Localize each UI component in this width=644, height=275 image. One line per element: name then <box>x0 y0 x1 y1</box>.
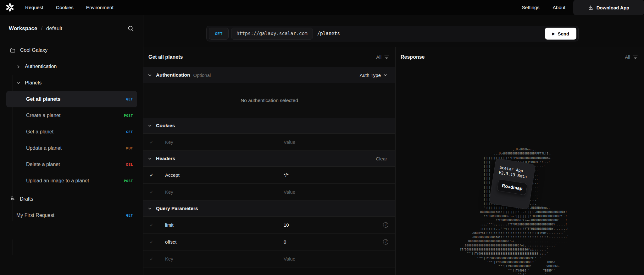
workspace-label[interactable]: Workspace <box>9 25 37 32</box>
chevron-right-icon <box>16 65 20 69</box>
breadcrumb-separator: / <box>41 26 42 31</box>
response-filter[interactable]: All <box>625 54 638 60</box>
chevron-down-icon <box>148 73 152 77</box>
sidebar-item-cool-galaxy[interactable]: Cool Galaxy <box>0 42 143 58</box>
request-label: Update a planet <box>26 145 62 151</box>
row-checkbox[interactable]: ✓ <box>143 134 160 150</box>
top-bar: Request Cookies Environment Settings Abo… <box>0 0 644 15</box>
main-area: GET https://galaxy.scalar.com /planets ▶… <box>143 15 644 275</box>
sidebar-item-create-a-planet[interactable]: Create a planet POST <box>0 107 143 124</box>
header-row: ✓ Key Value <box>143 184 395 201</box>
filter-label: All <box>625 54 630 60</box>
filter-label: All <box>376 54 381 60</box>
address-strip: GET https://galaxy.scalar.com /planets ▶… <box>143 15 644 47</box>
sidebar-item-upload-an-image[interactable]: Upload an image to a planet POST <box>0 173 143 189</box>
request-tree: Cool Galaxy Authentication Planets Get a… <box>0 42 143 224</box>
row-checkbox[interactable]: ✓ <box>143 251 160 267</box>
nav-cookies[interactable]: Cookies <box>56 5 74 10</box>
method-badge: GET <box>126 213 133 218</box>
workspace-name[interactable]: default <box>46 25 62 32</box>
play-icon: ▶ <box>552 32 555 35</box>
value-input[interactable]: */* <box>279 167 395 183</box>
key-input[interactable]: offset <box>160 234 279 250</box>
top-nav: Request Cookies Environment <box>25 5 114 10</box>
download-icon <box>588 5 593 10</box>
sidebar-item-drafts[interactable]: Drafts <box>0 191 143 207</box>
folder-label: Authentication <box>25 64 57 69</box>
path-field[interactable]: /planets <box>317 31 340 36</box>
value-input[interactable]: Value <box>279 184 395 200</box>
filter-icon <box>384 55 389 59</box>
sidebar-item-my-first-request[interactable]: My First Request GET <box>0 207 143 224</box>
request-label: My First Request <box>16 213 54 218</box>
value-input[interactable]: 10 i <box>279 217 395 233</box>
key-placeholder: Key <box>165 256 173 262</box>
sidebar-item-authentication[interactable]: Authentication <box>0 58 143 75</box>
key-input[interactable]: Key <box>160 251 279 267</box>
row-checkbox[interactable]: ✓ <box>143 184 160 200</box>
clear-headers-button[interactable]: Clear <box>376 156 387 161</box>
sidebar-item-delete-a-planet[interactable]: Delete a planet DEL <box>0 156 143 173</box>
sidebar-item-update-a-planet[interactable]: Update a planet PUT <box>0 140 143 156</box>
sidebar-item-get-a-planet[interactable]: Get a planet GET <box>0 124 143 140</box>
cookie-row: ✓ Key Value <box>143 134 395 151</box>
nav-environment[interactable]: Environment <box>86 5 114 10</box>
method-badge: POST <box>124 114 133 118</box>
roadmap-button[interactable]: Roadmap <box>497 179 528 195</box>
info-icon[interactable]: i <box>383 239 388 245</box>
section-query-parameters[interactable]: Query Parameters <box>143 201 395 217</box>
section-headers[interactable]: Headers Clear <box>143 151 395 167</box>
section-cookies[interactable]: Cookies <box>143 118 395 134</box>
top-nav-right: Settings About <box>522 5 565 10</box>
send-button[interactable]: ▶ Send <box>545 28 576 40</box>
info-icon[interactable]: i <box>383 222 388 228</box>
response-panel: Response All .,,Uod8B8bou,,. <box>396 47 644 275</box>
response-panel-header: Response All <box>396 47 644 67</box>
drafts-label: Drafts <box>20 196 33 202</box>
method-badge: PUT <box>126 146 133 150</box>
address-bar[interactable]: GET https://galaxy.scalar.com /planets ▶… <box>206 26 579 41</box>
auth-type-dropdown[interactable]: Auth Type <box>360 73 387 78</box>
response-title: Response <box>401 54 425 60</box>
section-title: Authentication <box>156 72 190 78</box>
nav-settings[interactable]: Settings <box>522 5 539 10</box>
scalar-logo-icon[interactable] <box>0 0 19 15</box>
auth-empty-state: No authentication selected <box>143 83 395 118</box>
search-icon[interactable] <box>127 25 134 32</box>
key-input[interactable]: limit <box>160 217 279 233</box>
request-label: Get a planet <box>26 129 53 135</box>
value-input[interactable]: 0 i <box>279 234 395 250</box>
request-title: Get all planets <box>148 54 183 60</box>
indent-guide <box>13 240 13 255</box>
row-checkbox[interactable]: ✓ <box>143 217 160 233</box>
method-badge: GET <box>126 130 133 134</box>
value-input[interactable]: Value <box>279 251 395 267</box>
section-authentication[interactable]: Authentication Optional Auth Type <box>143 67 395 83</box>
key-input[interactable]: Key <box>160 184 279 200</box>
row-checkbox[interactable]: ✓ <box>143 234 160 250</box>
section-subtitle: Optional <box>193 73 211 78</box>
header-row: ✓ Accept */* <box>143 167 395 184</box>
request-method-selector[interactable]: GET <box>209 28 229 40</box>
request-label: Create a planet <box>26 113 60 118</box>
key-input[interactable]: Key <box>160 134 279 150</box>
value-value: 10 <box>284 222 289 228</box>
method-badge: POST <box>124 179 133 183</box>
key-input[interactable]: Accept <box>160 167 279 183</box>
row-checkbox[interactable]: ✓ <box>143 167 160 183</box>
folder-label: Planets <box>25 80 42 86</box>
chevron-down-icon <box>148 207 152 211</box>
download-app-button[interactable]: Download App <box>573 0 644 15</box>
nav-about[interactable]: About <box>552 5 565 10</box>
section-title: Query Parameters <box>156 206 198 211</box>
key-placeholder: Key <box>165 189 173 195</box>
base-url-field[interactable]: https://galaxy.scalar.com <box>231 28 313 40</box>
nav-request[interactable]: Request <box>25 5 43 10</box>
sidebar-item-get-all-planets[interactable]: Get all planets GET <box>0 91 143 107</box>
method-badge: DEL <box>126 163 133 167</box>
value-input[interactable]: Value <box>279 134 395 150</box>
key-value: limit <box>165 222 174 228</box>
request-filter[interactable]: All <box>376 54 389 60</box>
sidebar-item-planets[interactable]: Planets <box>0 75 143 91</box>
scribble-icon <box>10 196 15 202</box>
